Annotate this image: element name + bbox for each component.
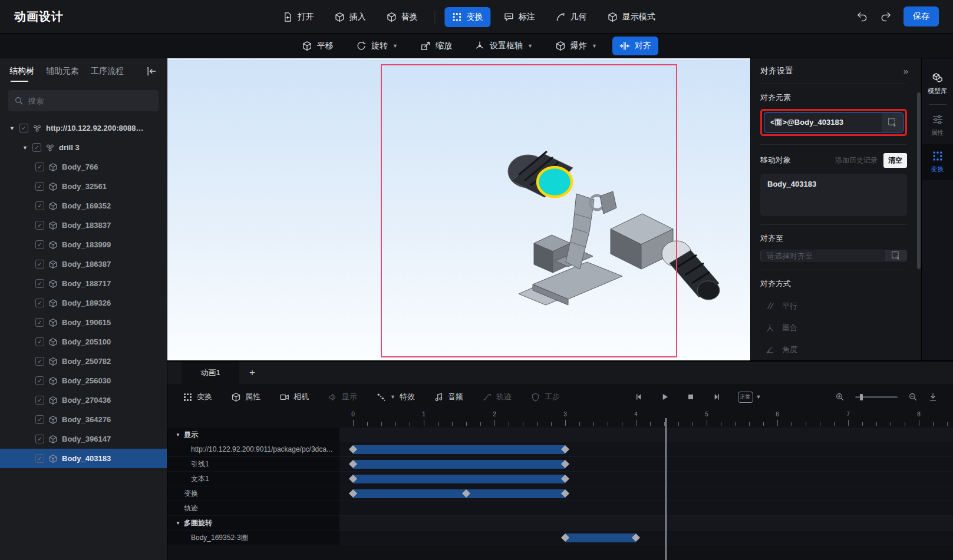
caret-down-icon[interactable]: ▼	[9, 125, 15, 131]
pick-element-button[interactable]	[882, 113, 903, 132]
open-button[interactable]: 打开	[275, 7, 321, 27]
tool-audio[interactable]: 音频	[434, 392, 463, 402]
checkbox[interactable]: ✓	[35, 435, 44, 443]
tree-item-body[interactable]: ✓Body_270436	[0, 390, 167, 410]
play-button[interactable]	[660, 392, 670, 402]
tree-item-body[interactable]: ✓Body_766	[0, 157, 167, 177]
redo-button[interactable]	[880, 11, 892, 22]
tree-item-body[interactable]: ✓Body_205100	[0, 332, 167, 352]
method-coincide[interactable]: 重合	[760, 317, 907, 339]
save-button[interactable]: 保存	[903, 6, 939, 26]
timeline-row[interactable]: 轨迹	[167, 501, 953, 516]
checkbox[interactable]: ✓	[35, 376, 44, 385]
tree-item-body[interactable]: ✓Body_403183	[0, 449, 167, 468]
tool-trajectory[interactable]: 轨迹	[482, 392, 512, 402]
explode-button[interactable]: 爆炸▼	[548, 37, 604, 55]
checkbox[interactable]: ✓	[32, 143, 41, 152]
tree-item-body[interactable]: ✓Body_188717	[0, 274, 167, 293]
panel-scrollbar[interactable]	[916, 58, 921, 360]
tree-item-body[interactable]: ✓Body_250782	[0, 352, 167, 371]
timeline-row[interactable]: 文本1	[167, 472, 953, 486]
timeline-row[interactable]: Body_169352-3圈	[167, 531, 953, 545]
checkbox[interactable]: ✓	[35, 415, 44, 424]
tree-item-body[interactable]: ✓Body_186387	[0, 254, 167, 274]
animation-tab[interactable]: 动画1	[182, 362, 239, 384]
geometry-button[interactable]: 几何	[548, 7, 594, 27]
collapse-sidebar-button[interactable]	[146, 65, 157, 77]
replace-button[interactable]: 替换	[379, 7, 425, 27]
scrollbar-thumb[interactable]	[917, 92, 921, 269]
search-input[interactable]	[28, 97, 153, 105]
checkbox[interactable]: ✓	[35, 240, 44, 249]
tab-process-flow[interactable]: 工序流程	[91, 58, 124, 84]
tab-auxiliary-elements[interactable]: 辅助元素	[46, 58, 79, 84]
checkbox[interactable]: ✓	[35, 201, 44, 210]
checkbox[interactable]: ✓	[35, 357, 44, 366]
timeline-row[interactable]: 引线1	[167, 457, 953, 472]
tool-transform[interactable]: 变换	[183, 392, 212, 402]
tree-item-body[interactable]: ✓Body_183837	[0, 216, 167, 235]
checkbox[interactable]: ✓	[35, 318, 44, 327]
tool-camera[interactable]: 相机	[279, 392, 309, 402]
rail-model-library[interactable]: 模型库	[922, 65, 953, 102]
add-history-button[interactable]: 添加历史记录	[835, 155, 878, 165]
timeline-row[interactable]: ▼显示	[167, 428, 953, 442]
timeline-bar[interactable]	[353, 460, 565, 469]
stop-button[interactable]	[686, 392, 695, 402]
playhead[interactable]	[665, 418, 667, 560]
timeline-bar[interactable]	[565, 534, 636, 542]
timeline-row[interactable]: http://10.122.92.200:9011/package/pc/3dc…	[167, 442, 953, 457]
checkbox[interactable]: ✓	[35, 279, 44, 288]
tree-item-body[interactable]: ✓Body_189326	[0, 293, 167, 313]
checkbox[interactable]: ✓	[35, 260, 44, 269]
timeline-row[interactable]: 变换	[167, 486, 953, 501]
move-object-item[interactable]: Body_403183	[767, 180, 900, 188]
tree-item-body[interactable]: ✓Body_169352	[0, 196, 167, 216]
rail-transform[interactable]: 变换	[922, 144, 953, 180]
method-angle[interactable]: 角度	[760, 339, 907, 360]
rotate-button[interactable]: 旋转▼	[349, 37, 405, 55]
tree-item-body[interactable]: ✓Body_183999	[0, 235, 167, 254]
tool-workstep[interactable]: 工步	[530, 392, 560, 402]
align-button[interactable]: 对齐	[612, 37, 658, 55]
3d-viewport[interactable]	[167, 58, 750, 360]
checkbox[interactable]: ✓	[35, 163, 44, 171]
pick-align-to-button[interactable]	[885, 250, 906, 261]
caret-down-icon[interactable]: ▼	[176, 432, 180, 438]
timeline-row[interactable]: ▼多圈旋转	[167, 516, 953, 531]
export-button[interactable]	[928, 392, 938, 402]
next-frame-button[interactable]	[712, 392, 721, 402]
undo-button[interactable]	[856, 11, 868, 22]
tool-effects[interactable]: ▼特效	[376, 392, 415, 402]
tool-properties[interactable]: 属性	[231, 392, 260, 402]
transform-mode-button[interactable]: 变换	[444, 7, 490, 27]
tree-item-group[interactable]: ▼✓drill 3	[0, 138, 167, 157]
checkbox[interactable]: ✓	[35, 182, 44, 191]
checkbox[interactable]: ✓	[35, 221, 44, 230]
search-box[interactable]	[8, 90, 159, 111]
tree-item-body[interactable]: ✓Body_256030	[0, 371, 167, 390]
slider-knob[interactable]	[860, 394, 863, 400]
caret-down-icon[interactable]: ▼	[22, 145, 28, 151]
annotate-button[interactable]: 标注	[496, 7, 542, 27]
collapse-panel-icon[interactable]: »	[903, 66, 907, 76]
scale-button[interactable]: 缩放	[413, 37, 459, 55]
tree-item-body[interactable]: ✓Body_396147	[0, 429, 167, 449]
zoom-out-button[interactable]	[908, 392, 918, 402]
zoom-in-button[interactable]	[835, 392, 845, 402]
checkbox[interactable]: ✓	[35, 454, 44, 463]
display-mode-button[interactable]: 显示模式	[600, 7, 662, 27]
tab-structure-tree[interactable]: 结构树	[9, 58, 34, 84]
pivot-button[interactable]: 设置枢轴▼	[467, 37, 540, 55]
timeline-ruler[interactable]: 012345678	[167, 410, 953, 428]
tree-item-root[interactable]: ▼✓http://10.122.92.200:8088/pack...	[0, 118, 167, 138]
timeline-bar[interactable]	[353, 475, 565, 483]
previous-frame-button[interactable]	[634, 392, 644, 402]
caret-down-icon[interactable]: ▼	[176, 521, 180, 526]
timeline-bar[interactable]	[353, 489, 565, 498]
checkbox[interactable]: ✓	[35, 337, 44, 346]
tree-item-body[interactable]: ✓Body_190615	[0, 313, 167, 332]
speed-selector[interactable]: 正常 ▼	[738, 392, 761, 403]
insert-button[interactable]: 插入	[327, 7, 373, 27]
align-element-input[interactable]	[764, 113, 882, 132]
